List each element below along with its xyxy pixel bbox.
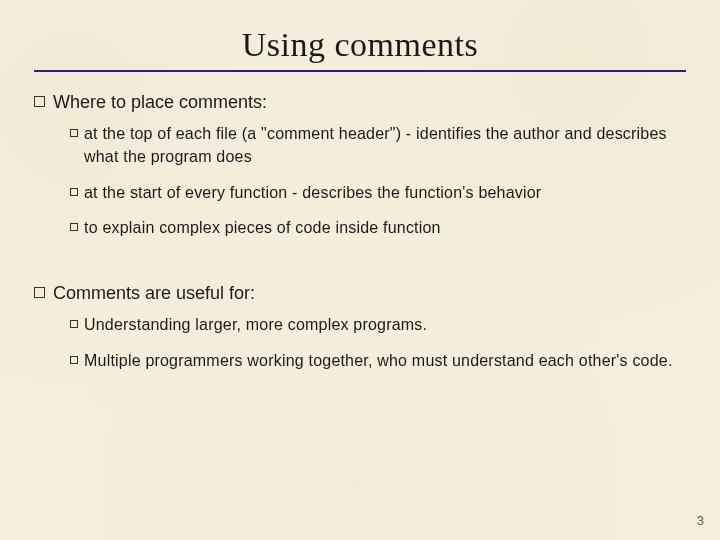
section-heading-text: Where to place comments: bbox=[53, 90, 267, 114]
section-heading: Comments are useful for: bbox=[34, 281, 686, 305]
list-item-text: at the top of each file (a "comment head… bbox=[84, 122, 686, 168]
list-item: at the top of each file (a "comment head… bbox=[70, 122, 686, 168]
list-item: Multiple programmers working together, w… bbox=[70, 349, 686, 372]
list-item-text: Multiple programmers working together, w… bbox=[84, 349, 673, 372]
section-heading: Where to place comments: bbox=[34, 90, 686, 114]
title-underline bbox=[34, 70, 686, 72]
section-heading-text: Comments are useful for: bbox=[53, 281, 255, 305]
square-bullet-icon bbox=[34, 287, 45, 298]
square-bullet-icon bbox=[70, 129, 78, 137]
square-bullet-icon bbox=[70, 356, 78, 364]
list-item-text: Understanding larger, more complex progr… bbox=[84, 313, 427, 336]
slide-title: Using comments bbox=[34, 26, 686, 64]
slide: Using comments Where to place comments: … bbox=[0, 0, 720, 540]
square-bullet-icon bbox=[70, 188, 78, 196]
square-bullet-icon bbox=[34, 96, 45, 107]
page-number: 3 bbox=[697, 513, 704, 528]
list-item-text: to explain complex pieces of code inside… bbox=[84, 216, 441, 239]
list-item: at the start of every function - describ… bbox=[70, 181, 686, 204]
list-item-text: at the start of every function - describ… bbox=[84, 181, 541, 204]
list-item: Understanding larger, more complex progr… bbox=[70, 313, 686, 336]
square-bullet-icon bbox=[70, 223, 78, 231]
list-item: to explain complex pieces of code inside… bbox=[70, 216, 686, 239]
square-bullet-icon bbox=[70, 320, 78, 328]
